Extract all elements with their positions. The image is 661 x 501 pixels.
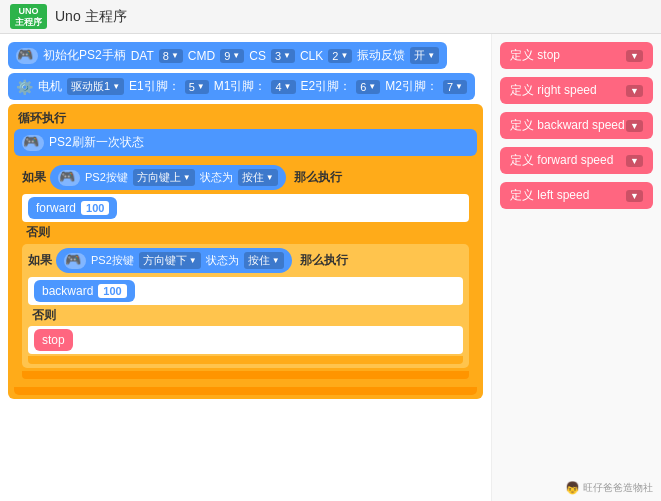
main-container: UNO主程序 Uno 主程序 初始化PS2手柄 DAT 8 CMD 9 CS 3… xyxy=(0,0,661,501)
uno-badge: UNO主程序 xyxy=(10,4,47,30)
motor-icon: ⚙️ xyxy=(16,79,33,95)
gamepad-icon-3 xyxy=(58,170,80,186)
m2-dropdown[interactable]: 7 xyxy=(443,80,467,94)
else2-label: 否则 xyxy=(28,307,463,324)
dat-dropdown[interactable]: 8 xyxy=(159,49,183,63)
init-block-row: 初始化PS2手柄 DAT 8 CMD 9 CS 3 CLK 2 振动反馈 开 xyxy=(8,42,483,69)
gamepad-icon xyxy=(16,48,38,64)
else2-body: stop xyxy=(28,326,463,354)
gamepad-icon-4 xyxy=(64,253,86,269)
state1-dropdown[interactable]: 按住 xyxy=(238,169,278,186)
if1-close-bar xyxy=(22,371,469,379)
chevron-down-icon-2: ▼ xyxy=(626,85,643,97)
if2-header: 如果 PS2按键 方向键下 状态为 按住 那么执行 xyxy=(28,248,463,273)
else1-label: 否则 xyxy=(22,224,469,241)
forward-value[interactable]: 100 xyxy=(81,201,109,215)
if2-body: backward 100 xyxy=(28,277,463,305)
motor-block[interactable]: ⚙️ 电机 驱动版1 E1引脚： 5 M1引脚： 4 E2引脚： 6 M2引脚：… xyxy=(8,73,475,100)
define-stop[interactable]: 定义 stop ▼ xyxy=(500,42,653,69)
cs-dropdown[interactable]: 3 xyxy=(271,49,295,63)
blocks-area: 初始化PS2手柄 DAT 8 CMD 9 CS 3 CLK 2 振动反馈 开 ⚙… xyxy=(0,34,491,501)
watermark: 👦 旺仔爸爸造物社 xyxy=(565,481,653,495)
forward-block[interactable]: forward 100 xyxy=(28,197,117,219)
ps2-condition-2[interactable]: PS2按键 方向键下 状态为 按住 xyxy=(56,248,292,273)
chevron-down-icon-3: ▼ xyxy=(626,120,643,132)
ps2-condition-1[interactable]: PS2按键 方向键上 状态为 按住 xyxy=(50,165,286,190)
backward-block[interactable]: backward 100 xyxy=(34,280,135,302)
define-backward-speed[interactable]: 定义 backward speed ▼ xyxy=(500,112,653,139)
chevron-down-icon: ▼ xyxy=(626,50,643,62)
right-panel: 定义 stop ▼ 定义 right speed ▼ 定义 backward s… xyxy=(491,34,661,501)
stop-block[interactable]: stop xyxy=(34,329,73,351)
driver-dropdown[interactable]: 驱动版1 xyxy=(67,78,124,95)
define-left-speed[interactable]: 定义 left speed ▼ xyxy=(500,182,653,209)
if2-nested: 如果 PS2按键 方向键下 状态为 按住 那么执行 xyxy=(22,244,469,368)
content-area: 初始化PS2手柄 DAT 8 CMD 9 CS 3 CLK 2 振动反馈 开 ⚙… xyxy=(0,34,661,501)
key1-dropdown[interactable]: 方向键上 xyxy=(133,169,195,186)
if1-outer: 如果 PS2按键 方向键上 状态为 按住 那么执行 forw xyxy=(14,160,477,384)
e1-dropdown[interactable]: 5 xyxy=(185,80,209,94)
e2-dropdown[interactable]: 6 xyxy=(356,80,380,94)
state2-dropdown[interactable]: 按住 xyxy=(244,252,284,269)
loop-section: 循环执行 PS2刷新一次状态 如果 PS2按键 方向键上 xyxy=(8,104,483,399)
backward-value[interactable]: 100 xyxy=(98,284,126,298)
loop-label: 循环执行 xyxy=(14,110,477,127)
loop-close-bar xyxy=(14,387,477,395)
cmd-dropdown[interactable]: 9 xyxy=(220,49,244,63)
chevron-down-icon-4: ▼ xyxy=(626,155,643,167)
m1-dropdown[interactable]: 4 xyxy=(271,80,295,94)
define-forward-speed[interactable]: 定义 forward speed ▼ xyxy=(500,147,653,174)
key2-dropdown[interactable]: 方向键下 xyxy=(139,252,201,269)
chevron-down-icon-5: ▼ xyxy=(626,190,643,202)
ps2-refresh-block[interactable]: PS2刷新一次状态 xyxy=(14,129,477,156)
gamepad-icon-2 xyxy=(22,135,44,151)
vibration-dropdown[interactable]: 开 xyxy=(410,47,439,64)
define-right-speed[interactable]: 定义 right speed ▼ xyxy=(500,77,653,104)
clk-dropdown[interactable]: 2 xyxy=(328,49,352,63)
if2-close-bar xyxy=(28,356,463,364)
header-bar: UNO主程序 Uno 主程序 xyxy=(0,0,661,34)
header-title: Uno 主程序 xyxy=(55,8,127,26)
init-ps2-block[interactable]: 初始化PS2手柄 DAT 8 CMD 9 CS 3 CLK 2 振动反馈 开 xyxy=(8,42,447,69)
motor-block-row: ⚙️ 电机 驱动版1 E1引脚： 5 M1引脚： 4 E2引脚： 6 M2引脚：… xyxy=(8,73,483,100)
if1-body: forward 100 xyxy=(22,194,469,222)
if1-header: 如果 PS2按键 方向键上 状态为 按住 那么执行 xyxy=(22,165,469,190)
